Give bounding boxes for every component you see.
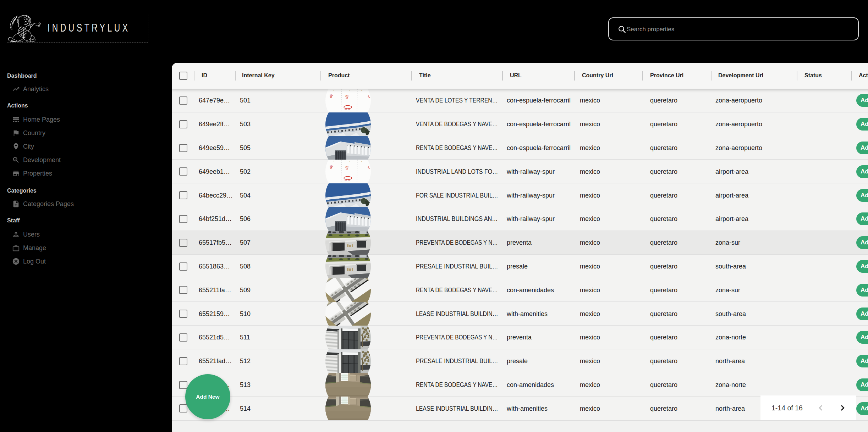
svg-text:2: 2 <box>368 166 369 168</box>
svg-text:15a: 15a <box>330 94 333 96</box>
svg-text:12-00: 12-00 <box>345 179 350 181</box>
svg-text:2: 2 <box>368 95 369 97</box>
svg-text:15a: 15a <box>330 165 333 167</box>
svg-text:12-00: 12-00 <box>345 108 350 110</box>
svg-text:15a: 15a <box>345 166 349 168</box>
svg-text:15a: 15a <box>345 95 349 97</box>
